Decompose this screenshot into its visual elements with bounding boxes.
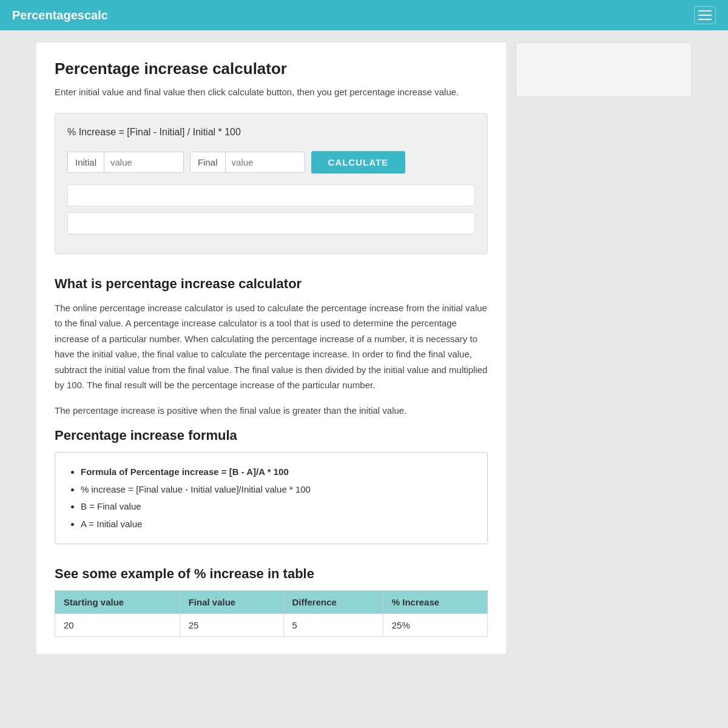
formula-box: Formula of Percentage increase = [B - A]… (55, 452, 488, 544)
hamburger-line-3 (698, 19, 712, 20)
formula-item-4: A = Initial value (81, 516, 474, 533)
cell-percent-0: 25% (383, 614, 487, 637)
formula-item-1: Formula of Percentage increase = [B - A]… (81, 463, 474, 481)
hamburger-line-1 (698, 10, 712, 12)
sidebar (516, 42, 692, 654)
table-section: See some example of % increase in table … (55, 566, 488, 637)
final-label: Final (190, 152, 226, 172)
col-header-percent: % Increase (383, 591, 487, 614)
cell-final-0: 25 (180, 614, 283, 637)
table-title: See some example of % increase in table (55, 566, 488, 582)
what-is-title: What is percentage increase calculator (55, 276, 488, 292)
formula-item-2: % increase = [Final value - Initial valu… (81, 481, 474, 499)
inputs-row: Initial Final CALCULATE (67, 151, 475, 174)
page-wrapper: Percentage increase calculator Enter ini… (30, 30, 698, 666)
what-is-paragraph-2: The percentage increase is positive when… (55, 403, 488, 419)
col-header-starting: Starting value (55, 591, 180, 614)
col-header-difference: Difference (283, 591, 383, 614)
navbar-brand: Percentagescalc (12, 8, 108, 22)
table-body: 20 25 5 25% (55, 614, 488, 637)
initial-label: Initial (68, 152, 104, 172)
col-header-final: Final value (180, 591, 283, 614)
navbar: Percentagescalc (0, 0, 728, 30)
table-row: 20 25 5 25% (55, 614, 488, 637)
page-description: Enter initial value and final value then… (55, 86, 488, 99)
cell-starting-0: 20 (55, 614, 180, 637)
formula-display: % Increase = [Final - Initial] / Initial… (67, 127, 475, 138)
formula-item-3: B = Final value (81, 498, 474, 516)
menu-toggle-button[interactable] (694, 6, 716, 24)
result-line-1 (67, 184, 475, 206)
table-header-row: Starting value Final value Difference % … (55, 591, 488, 614)
formula-title: Percentage increase formula (55, 428, 488, 443)
cell-difference-0: 5 (283, 614, 383, 637)
hamburger-line-2 (698, 15, 712, 16)
final-input-group: Final (190, 152, 305, 173)
sidebar-ad (516, 42, 692, 97)
formula-list: Formula of Percentage increase = [B - A]… (69, 463, 474, 533)
initial-input[interactable] (104, 152, 183, 172)
what-is-paragraph-1: The online percentage increase calculato… (55, 300, 488, 393)
main-content: Percentage increase calculator Enter ini… (36, 42, 506, 654)
example-table: Starting value Final value Difference % … (55, 590, 488, 637)
formula-section: Percentage increase formula Formula of P… (55, 428, 488, 544)
final-input[interactable] (226, 152, 305, 172)
initial-input-group: Initial (67, 152, 184, 173)
what-is-section: What is percentage increase calculator T… (55, 276, 488, 419)
table-header: Starting value Final value Difference % … (55, 591, 488, 614)
result-line-2 (67, 212, 475, 234)
calculator-box: % Increase = [Final - Initial] / Initial… (55, 113, 488, 254)
calculate-button[interactable]: CALCULATE (311, 151, 406, 174)
page-title: Percentage increase calculator (55, 59, 488, 78)
